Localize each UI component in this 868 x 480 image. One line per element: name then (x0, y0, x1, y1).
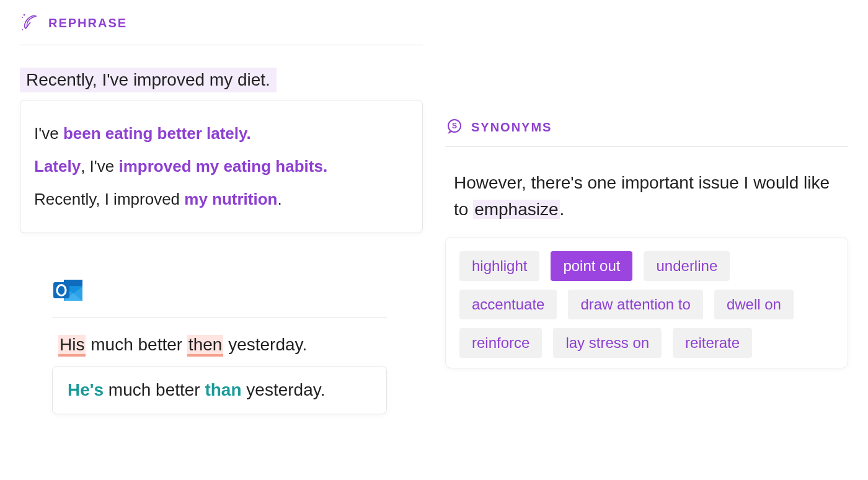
synonyms-title: SYNONYMS (471, 120, 552, 135)
svg-point-0 (22, 17, 23, 18)
synonyms-panel: S SYNONYMS However, there's one importan… (445, 118, 848, 368)
grammar-error-word[interactable]: then (187, 335, 224, 357)
feather-icon (20, 12, 41, 33)
rephrase-title: REPHRASE (48, 16, 127, 30)
synonyms-icon: S (445, 118, 464, 136)
synonym-chip[interactable]: accentuate (459, 290, 557, 319)
synonyms-chip-card: highlightpoint outunderlineaccentuatedra… (445, 237, 848, 368)
outlook-header-row (52, 276, 387, 318)
suggestion-highlight: improved my eating habits. (118, 157, 327, 176)
svg-point-2 (22, 29, 23, 30)
synonym-chip[interactable]: draw attention to (568, 290, 702, 319)
synonym-chip[interactable]: dwell on (714, 290, 794, 319)
syn-target-word[interactable]: emphasize (473, 200, 559, 219)
rephrase-panel: REPHRASE Recently, I've improved my diet… (20, 12, 423, 233)
outlook-icon (52, 276, 84, 306)
grammar-correction-word: He's (68, 380, 104, 399)
grammar-text: yesterday. (242, 380, 326, 399)
syn-source-post: . (560, 200, 565, 219)
suggestion-text: I've (34, 124, 63, 143)
grammar-text: much better (104, 380, 205, 399)
synonyms-header: S SYNONYMS (445, 118, 848, 147)
svg-text:S: S (452, 122, 457, 130)
rephrase-suggestion-card: I've been eating better lately.Lately, I… (20, 100, 423, 233)
grammar-error-word[interactable]: His (58, 335, 86, 357)
svg-point-1 (24, 14, 25, 16)
synonym-chip[interactable]: reinforce (459, 328, 542, 358)
rephrase-suggestion[interactable]: Lately, I've improved my eating habits. (34, 154, 409, 179)
synonym-chip[interactable]: underline (644, 251, 730, 281)
rephrase-suggestion[interactable]: I've been eating better lately. (34, 122, 409, 146)
synonym-chip[interactable]: point out (551, 251, 632, 281)
grammar-correction-card[interactable]: He's much better than yesterday. (52, 366, 387, 414)
suggestion-text: Recently, I improved (34, 190, 184, 208)
rephrase-suggestion[interactable]: Recently, I improved my nutrition. (34, 187, 409, 211)
grammar-text: much better (86, 335, 187, 354)
grammar-source-sentence[interactable]: His much better then yesterday. (52, 335, 387, 355)
grammar-correction-word: than (205, 380, 241, 399)
synonym-chip[interactable]: reiterate (673, 328, 752, 358)
suggestion-highlight: been eating better lately. (63, 124, 251, 143)
suggestion-highlight: my nutrition (184, 190, 277, 208)
grammar-snippet: His much better then yesterday. He's muc… (52, 276, 387, 414)
grammar-text: yesterday. (223, 335, 307, 354)
rephrase-header: REPHRASE (20, 12, 423, 45)
synonym-chip[interactable]: highlight (459, 251, 539, 281)
suggestion-highlight: Lately (34, 157, 81, 176)
suggestion-text: . (278, 190, 282, 208)
synonyms-source-sentence[interactable]: However, there's one important issue I w… (445, 169, 848, 223)
synonym-chip[interactable]: lay stress on (553, 328, 662, 358)
grammar-corrected-sentence: He's much better than yesterday. (68, 380, 371, 400)
suggestion-text: , I've (81, 157, 118, 176)
rephrase-source-sentence[interactable]: Recently, I've improved my diet. (20, 68, 277, 92)
